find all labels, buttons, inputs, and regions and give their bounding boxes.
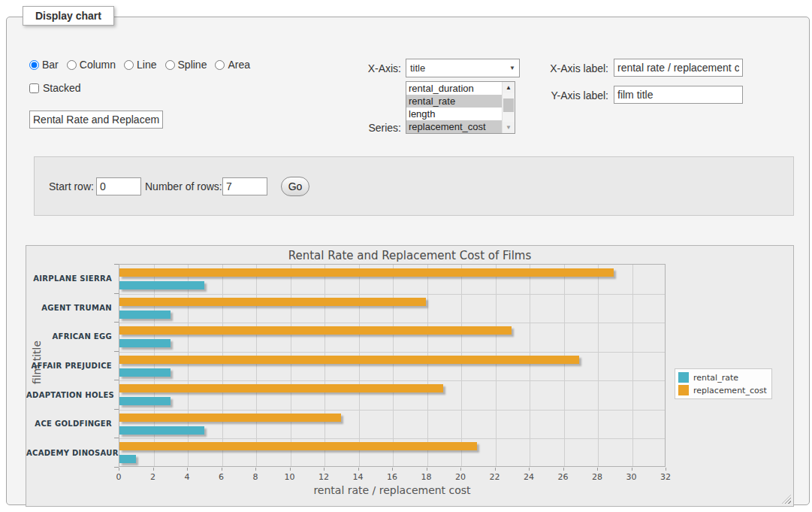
y-tick [114, 322, 119, 323]
panel-title: Display chart [23, 6, 114, 26]
legend-swatch [678, 385, 689, 395]
bar-replacement_cost [119, 384, 443, 392]
start-row-input[interactable] [96, 177, 141, 195]
chart-type-label: Spline [178, 59, 207, 71]
bar-rental_rate [119, 426, 204, 435]
x-tick-label: 20 [455, 472, 466, 482]
chart-title-input[interactable] [29, 111, 163, 129]
chart-type-radio-area[interactable] [215, 60, 225, 70]
bar-replacement_cost [119, 414, 341, 422]
x-tick-label: 32 [660, 472, 671, 482]
x-axis-label-caption: X-Axis label: [533, 62, 608, 74]
y-axis-label-input[interactable] [614, 86, 743, 104]
chart-type-radio-column[interactable] [67, 60, 77, 70]
x-tick-label: 10 [285, 472, 295, 482]
x-tick [358, 468, 359, 471]
category-label: AFFAIR PREJUDICE [26, 362, 112, 370]
chart-type-label: Area [228, 59, 250, 71]
series-option-length[interactable]: length [406, 108, 502, 120]
bar-replacement_cost [119, 268, 614, 277]
gridline [530, 265, 530, 466]
category-label: ACE GOLDFINGER [26, 420, 112, 428]
bar-replacement_cost [119, 356, 579, 364]
gridline [598, 265, 599, 466]
gridline [427, 265, 428, 466]
resize-handle-icon[interactable] [782, 495, 791, 504]
y-tick [114, 351, 119, 352]
x-axis-select-label: X-Axis: [337, 62, 401, 74]
bar-rental_rate [119, 368, 171, 377]
legend-label: rental_rate [693, 373, 738, 383]
chart-type-option-area[interactable]: Area [215, 59, 250, 71]
gridline [461, 265, 462, 466]
gridline [496, 265, 497, 466]
chart-type-label: Column [80, 59, 116, 71]
series-option-rental_duration[interactable]: rental_duration [406, 82, 502, 95]
row-range-box: Start row: Number of rows: Go [34, 156, 794, 216]
stacked-checkbox-row[interactable]: Stacked [29, 82, 81, 94]
series-listbox[interactable]: rental_durationrental_ratelengthreplacem… [406, 81, 515, 134]
category-label: AGENT TRUMAN [26, 303, 112, 311]
x-tick-label: 0 [116, 472, 122, 482]
gridline [359, 265, 360, 466]
x-axis-select[interactable]: title ▼ [406, 59, 520, 77]
gridline [393, 265, 394, 466]
x-tick [187, 468, 188, 471]
go-button[interactable]: Go [281, 177, 309, 196]
x-tick [666, 468, 666, 471]
chart-type-option-line[interactable]: Line [124, 59, 156, 71]
gridline [119, 438, 665, 439]
chart-type-radio-line[interactable] [124, 60, 134, 70]
chart-type-radio-spline[interactable] [165, 60, 175, 70]
legend-item: rental_rate [678, 372, 767, 383]
legend-swatch [678, 372, 689, 383]
gridline [119, 380, 665, 381]
x-tick [392, 468, 393, 471]
x-tick [255, 468, 256, 471]
x-tick-label: 22 [490, 472, 500, 482]
scroll-up-icon[interactable]: ▲ [503, 82, 515, 93]
series-scrollbar[interactable]: ▲ ▼ [502, 82, 515, 133]
stacked-checkbox[interactable] [29, 83, 39, 93]
x-tick-label: 16 [387, 472, 397, 482]
chevron-down-icon: ▼ [509, 65, 515, 71]
scrollbar-thumb[interactable] [503, 98, 514, 112]
stacked-label: Stacked [43, 82, 81, 94]
gridline [154, 265, 155, 466]
x-tick [222, 468, 222, 471]
chart-type-radio-bar[interactable] [29, 60, 39, 70]
gridline [222, 265, 223, 466]
series-option-replacement_cost[interactable]: replacement_cost [406, 120, 502, 133]
chart-x-axis-label: rental rate / replacement cost [119, 484, 666, 496]
series-list-label: Series: [337, 122, 401, 134]
bar-rental_rate [119, 281, 204, 289]
x-tick-label: 28 [592, 472, 602, 482]
y-tick [114, 264, 119, 265]
chart-type-radio-group: BarColumnLineSplineArea [29, 59, 250, 71]
scroll-down-icon[interactable]: ▼ [503, 122, 515, 133]
gridline [256, 265, 257, 466]
display-chart-panel: BarColumnLineSplineArea Stacked X-Axis: … [6, 17, 810, 505]
chart-type-label: Line [137, 59, 156, 71]
y-tick [114, 293, 119, 294]
chart-type-option-bar[interactable]: Bar [29, 59, 59, 71]
chart-legend: rental_ratereplacement_cost [675, 368, 772, 399]
series-options: rental_durationrental_ratelengthreplacem… [406, 82, 502, 133]
gridline [119, 352, 665, 353]
x-axis-label-input[interactable] [614, 59, 743, 77]
x-tick-label: 6 [219, 472, 224, 482]
x-tick [119, 468, 119, 471]
chart-type-option-column[interactable]: Column [67, 59, 116, 71]
chart-title: Rental Rate and Replacement Cost of Film… [26, 249, 793, 262]
x-tick-label: 8 [253, 472, 258, 482]
series-option-rental_rate[interactable]: rental_rate [406, 95, 502, 108]
y-tick [114, 409, 119, 410]
x-tick-label: 18 [421, 472, 432, 482]
num-rows-input[interactable] [222, 177, 267, 195]
x-tick [427, 468, 427, 471]
x-tick-label: 12 [318, 472, 329, 482]
x-tick [529, 468, 530, 471]
x-tick [563, 468, 564, 471]
gridline [632, 265, 633, 466]
chart-type-option-spline[interactable]: Spline [165, 59, 207, 71]
